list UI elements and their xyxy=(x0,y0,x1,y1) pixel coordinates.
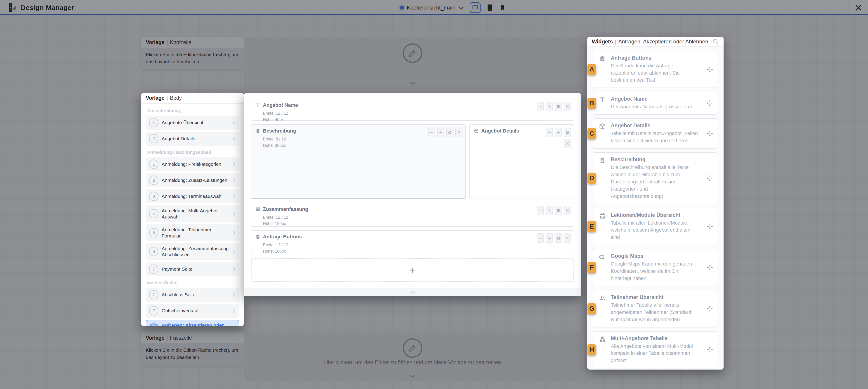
widget-card-beschreibung[interactable]: D Beschreibung Die Beschreibung enthält … xyxy=(593,152,717,204)
page-item-angebot-details[interactable]: 2 Angebot Details xyxy=(146,131,239,146)
move-icon[interactable] xyxy=(706,305,713,312)
cube-icon xyxy=(474,128,479,133)
grow-button[interactable]: + xyxy=(546,102,553,111)
widget-card-angebot-details[interactable]: C Angebot Details Tabelle mit Details zu… xyxy=(593,118,717,149)
widget-card-google-maps[interactable]: F G Google Maps Google Maps Karte mit de… xyxy=(593,249,717,286)
list-icon xyxy=(255,207,260,212)
remove-button[interactable]: ✕ xyxy=(455,127,463,137)
page-item-anfragen-akzeptieren-selected[interactable]: 3 Anfragen: Akzeptieren oder Ablehnen xyxy=(146,320,239,326)
clipboard-check-icon xyxy=(599,55,606,62)
panel-title-rest: Body xyxy=(170,95,182,101)
panel-title-separator: | xyxy=(166,95,168,101)
page-number-badge: 2 xyxy=(149,134,158,143)
page-item-teilnehmer-formular[interactable]: 5 Anmeldung: Teilnehmer Formular xyxy=(146,225,239,241)
remove-button[interactable]: ✕ xyxy=(564,233,571,243)
move-icon[interactable] xyxy=(706,223,713,230)
page-item-label: Abschluss Seite xyxy=(162,292,229,298)
chevron-right-icon xyxy=(232,162,236,167)
shrink-button[interactable]: − xyxy=(537,206,544,215)
search-icon[interactable] xyxy=(712,38,719,45)
clipboard-check-icon xyxy=(255,234,260,239)
grow-button[interactable]: + xyxy=(555,127,562,137)
layout-canvas[interactable]: Angebot Name Breite: 12 / 12 Höhe: 40px … xyxy=(244,93,581,296)
widget-title: Anfrage Buttons xyxy=(611,55,712,61)
page-item-label: Angebot Details xyxy=(162,136,229,142)
page-number-badge: 1 xyxy=(149,159,158,169)
collapse-canvas-button[interactable] xyxy=(244,288,581,296)
block-angebot-details[interactable]: Angebot Details − + ⚙ ✕ xyxy=(469,124,574,199)
widget-description: Tabelle mit Details zum Angebot. Zeilen … xyxy=(611,130,712,144)
add-widget-button[interactable]: + xyxy=(251,258,574,282)
cube-icon xyxy=(599,123,606,130)
block-width-label: Breite: 12 / 12 xyxy=(263,110,569,117)
widget-card-anfrage-buttons[interactable]: A Anfrage Buttons Der Kunde kann die Anf… xyxy=(593,51,717,88)
shortcut-badge: F xyxy=(587,262,596,273)
calendar-icon xyxy=(599,213,606,219)
widget-description: Alle Angebote von einem Multi-Modul komp… xyxy=(611,342,712,364)
block-angebot-name[interactable]: Angebot Name Breite: 12 / 12 Höhe: 40px … xyxy=(251,99,574,121)
shrink-button[interactable]: − xyxy=(546,127,553,137)
shrink-button[interactable]: − xyxy=(537,233,544,243)
widget-title: Multi-Angebote Tabelle xyxy=(611,335,712,341)
widget-card-angebot-name[interactable]: B Angebot Name Der Angebots Name als gro… xyxy=(593,92,717,115)
section-label: Ausschreibung xyxy=(147,108,238,113)
move-icon[interactable] xyxy=(706,264,713,271)
page-list: Ausschreibung 1 Angebote Übersicht 2 Ang… xyxy=(141,103,244,326)
shrink-button[interactable]: − xyxy=(428,127,435,137)
users-icon xyxy=(599,295,606,301)
page-item-label: Anmeldung: Zusatz-Leistungen xyxy=(162,177,229,183)
cubes-icon xyxy=(599,336,606,342)
settings-button[interactable]: ⚙ xyxy=(555,233,562,243)
remove-button[interactable]: ✕ xyxy=(564,102,571,111)
settings-button[interactable]: ⚙ xyxy=(446,127,454,137)
page-item-abschluss-seite[interactable]: 1 Abschluss Seite xyxy=(146,288,239,302)
page-item-label: Gutscheinverkauf xyxy=(162,307,229,314)
move-icon[interactable] xyxy=(706,130,713,137)
settings-button[interactable]: ⚙ xyxy=(555,206,562,215)
page-number-badge: 3 xyxy=(149,191,158,201)
block-width-label: Breite: 8 / 12 xyxy=(263,136,461,143)
remove-button[interactable]: ✕ xyxy=(564,206,571,215)
page-item-angebote-uebersicht[interactable]: 1 Angebote Übersicht xyxy=(146,116,239,129)
grow-button[interactable]: + xyxy=(437,127,444,137)
shortcut-badge: B xyxy=(587,98,596,109)
move-icon[interactable] xyxy=(706,100,713,107)
move-icon[interactable] xyxy=(706,346,713,353)
widgets-panel-header: Widgets | Anfragen: Akzeptieren oder Abl… xyxy=(587,37,723,47)
page-item-payment-seite[interactable]: 7 Payment Seite xyxy=(146,262,239,276)
block-anfrage-buttons[interactable]: Anfrage Buttons Breite: 12 / 12 Höhe: 10… xyxy=(251,230,574,254)
block-beschreibung[interactable]: Beschreibung Breite: 8 / 12 Höhe: 300px … xyxy=(251,124,466,199)
remove-button[interactable]: ✕ xyxy=(564,139,571,148)
grow-button[interactable]: + xyxy=(546,206,553,215)
page-item-label: Anmeldung: Multi-Angebot Auswahl xyxy=(162,208,229,220)
settings-button[interactable]: ⚙ xyxy=(564,127,571,137)
page-item-label: Payment Seite xyxy=(162,266,229,272)
body-panel-header: Vorlage | Body xyxy=(141,93,244,103)
widget-card-multi-angebote-tabelle[interactable]: H Multi-Angebote Tabelle Alle Angebote v… xyxy=(593,331,717,369)
page-item-label: Anmeldung: Teilnehmer Formular xyxy=(162,227,229,239)
move-icon[interactable] xyxy=(706,66,713,73)
chevron-right-icon xyxy=(232,120,236,125)
block-zusammenfassung[interactable]: Zusammenfassung Breite: 12 / 12 Höhe: 10… xyxy=(251,203,574,227)
page-number-badge: 2 xyxy=(149,306,158,316)
shrink-button[interactable]: − xyxy=(537,102,544,111)
grow-button[interactable]: + xyxy=(546,233,553,243)
page-item-zusammenfassung-abschliessen[interactable]: 6 Anmeldung: Zusammenfassung Abschliesse… xyxy=(146,243,239,260)
chevron-right-icon xyxy=(232,267,236,272)
shortcut-badge: E xyxy=(587,221,596,232)
page-number-badge: 2 xyxy=(149,176,158,185)
move-icon[interactable] xyxy=(706,175,713,182)
page-item-gutscheinverkauf[interactable]: 2 Gutscheinverkauf xyxy=(146,304,239,318)
block-height-label: Höhe: 100px xyxy=(263,248,569,255)
widget-card-lektionen-module[interactable]: E Lektionen/Module Übersicht Tabelle mit… xyxy=(593,208,717,245)
page-item-zusatz-leistungen[interactable]: 2 Anmeldung: Zusatz-Leistungen xyxy=(146,173,239,187)
widget-title: Beschreibung xyxy=(611,156,712,162)
page-item-termineauswahl[interactable]: 3 Anmeldung: Termineauswahl xyxy=(146,189,239,203)
page-item-multi-angebot-auswahl[interactable]: 4 Anmeldung: Multi-Angebot Auswahl xyxy=(146,205,239,222)
settings-button[interactable]: ⚙ xyxy=(555,102,562,111)
shortcut-badge: G xyxy=(587,303,596,314)
widget-description: Der Kunde kann die Anfrage akzeptieren o… xyxy=(611,62,712,84)
page-item-preiskategorien[interactable]: 1 Anmeldung: Preiskategorien xyxy=(146,157,239,171)
google-icon: G xyxy=(599,253,604,260)
widget-card-teilnehmer-uebersicht[interactable]: G Teilnehmer Übersicht Teilnehmer Tabell… xyxy=(593,290,717,328)
